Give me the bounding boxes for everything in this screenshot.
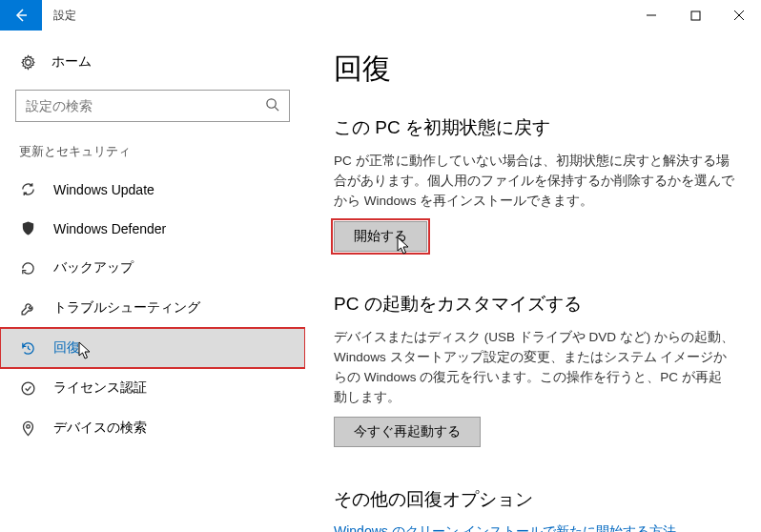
reset-pc-body: PC が正常に動作していない場合は、初期状態に戻すと解決する場合があります。個人… [334, 152, 734, 212]
close-button[interactable] [717, 0, 761, 31]
reset-start-button[interactable]: 開始する [334, 221, 427, 252]
sidebar-item-recovery[interactable]: 回復 [0, 328, 305, 368]
other-recovery-title: その他の回復オプション [334, 487, 734, 512]
home-label: ホーム [51, 53, 92, 71]
advanced-startup-section: PC の起動をカスタマイズする デバイスまたはディスク (USB ドライブや D… [334, 292, 734, 448]
restart-now-button[interactable]: 今すぐ再起動する [334, 417, 481, 447]
sidebar-item-backup[interactable]: バックアップ [0, 248, 305, 288]
search-icon [265, 97, 279, 114]
window-title: 設定 [42, 0, 629, 31]
cursor-icon [78, 341, 93, 360]
back-arrow-icon [13, 8, 29, 23]
shield-icon [19, 220, 36, 236]
sidebar-item-windows-update[interactable]: Windows Update [0, 170, 305, 209]
maximize-icon [690, 10, 701, 21]
back-button[interactable] [0, 0, 42, 31]
sidebar-item-label: 回復 [53, 339, 80, 357]
wrench-icon [19, 300, 36, 317]
sidebar-item-activation[interactable]: ライセンス認証 [0, 368, 305, 408]
location-icon [19, 420, 36, 437]
sidebar-section-header: 更新とセキュリティ [0, 139, 305, 170]
other-recovery-section: その他の回復オプション Windows のクリーン インストールで新たに開始する… [334, 487, 734, 532]
main-panel: 回復 この PC を初期状態に戻す PC が正常に動作していない場合は、初期状態… [305, 31, 761, 532]
history-icon [19, 340, 36, 357]
backup-icon [19, 260, 36, 276]
close-icon [733, 10, 745, 21]
sidebar-item-windows-defender[interactable]: Windows Defender [0, 209, 305, 248]
svg-point-1 [267, 99, 276, 108]
titlebar: 設定 [0, 0, 761, 31]
sidebar-item-troubleshoot[interactable]: トラブルシューティング [0, 288, 305, 328]
svg-point-3 [26, 424, 30, 428]
sidebar: ホーム 更新とセキュリティ Windows Update Windows Def… [0, 31, 305, 532]
sidebar-item-label: Windows Defender [53, 221, 166, 236]
svg-rect-0 [691, 11, 700, 20]
sidebar-item-label: デバイスの検索 [53, 419, 147, 437]
clean-install-link[interactable]: Windows のクリーン インストールで新たに開始する方法 [334, 523, 676, 532]
sidebar-item-find-device[interactable]: デバイスの検索 [0, 408, 305, 448]
page-title: 回復 [334, 50, 734, 89]
window-controls [629, 0, 761, 31]
sync-icon [19, 181, 36, 197]
sidebar-item-label: ライセンス認証 [53, 379, 147, 397]
home-nav[interactable]: ホーム [0, 46, 305, 78]
search-box[interactable] [15, 90, 290, 122]
sidebar-item-label: Windows Update [53, 182, 154, 197]
advanced-startup-title: PC の起動をカスタマイズする [334, 292, 734, 317]
minimize-button[interactable] [629, 0, 673, 31]
sidebar-item-label: バックアップ [53, 259, 134, 276]
advanced-startup-body: デバイスまたはディスク (USB ドライブや DVD など) からの起動、Win… [334, 328, 734, 408]
check-circle-icon [19, 380, 36, 397]
gear-icon [19, 54, 36, 71]
minimize-icon [646, 10, 657, 21]
reset-pc-section: この PC を初期状態に戻す PC が正常に動作していない場合は、初期状態に戻す… [334, 115, 734, 252]
svg-point-2 [22, 382, 34, 395]
sidebar-item-label: トラブルシューティング [53, 299, 200, 317]
maximize-button[interactable] [673, 0, 717, 31]
search-input[interactable] [26, 98, 265, 113]
reset-pc-title: この PC を初期状態に戻す [334, 115, 734, 140]
